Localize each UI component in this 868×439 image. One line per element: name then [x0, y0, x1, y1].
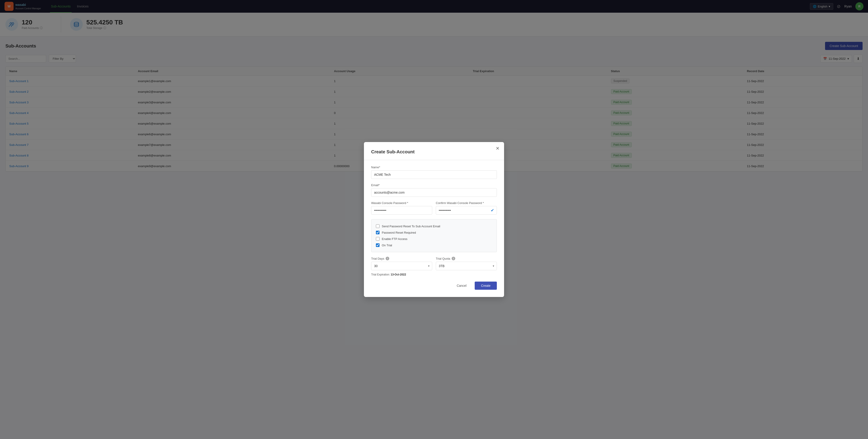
modal-title: Create Sub-Account [371, 149, 497, 154]
name-field-group: Name* [371, 166, 497, 177]
modal-overlay[interactable]: Create Sub-Account ✕ Name* Email* Wasabi… [0, 0, 868, 177]
modal-close-button[interactable]: ✕ [496, 146, 500, 151]
name-input[interactable] [371, 170, 497, 177]
name-label: Name* [371, 166, 497, 169]
modal-divider [364, 160, 504, 160]
create-sub-account-modal: Create Sub-Account ✕ Name* Email* Wasabi… [364, 142, 504, 177]
